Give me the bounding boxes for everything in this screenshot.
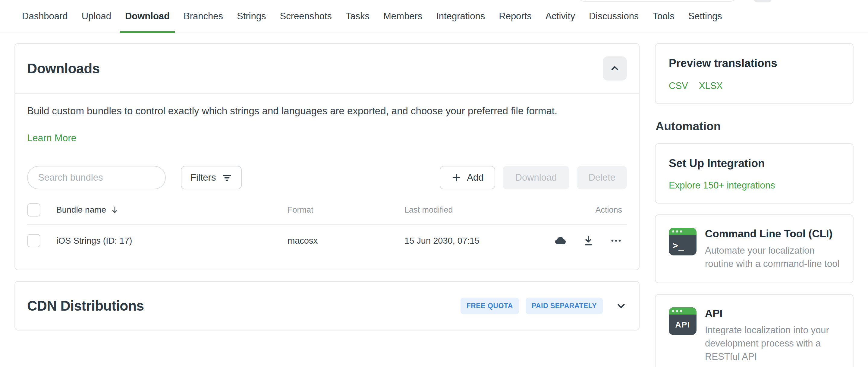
csv-link[interactable]: CSV [669, 81, 688, 91]
sort-arrow-down-icon [110, 205, 119, 214]
page-title: Downloads [27, 60, 100, 77]
automation-heading: Automation [655, 120, 854, 133]
filter-lines-icon [222, 173, 232, 183]
tab-screenshots[interactable]: Screenshots [273, 0, 338, 33]
cdn-panel-right: FREE QUOTA PAID SEPARATELY [461, 298, 627, 314]
cdn-distributions-panel: CDN Distributions FREE QUOTA PAID SEPARA… [14, 281, 640, 331]
row-checkbox[interactable] [27, 234, 40, 247]
tab-branches[interactable]: Branches [177, 0, 230, 33]
free-quota-badge: FREE QUOTA [461, 298, 519, 314]
set-up-integration-title: Set Up Integration [669, 157, 840, 170]
tab-tools[interactable]: Tools [646, 0, 681, 33]
terminal-icon-prompt: >_ [669, 235, 696, 255]
format-cell: macosx [287, 236, 404, 246]
downloads-description: Build custom bundles to control exactly … [27, 105, 627, 117]
api-icon-label: API [669, 314, 696, 335]
tab-settings[interactable]: Settings [681, 0, 729, 33]
bundle-name-header-label: Bundle name [56, 205, 106, 215]
cli-card-text: Command Line Tool (CLI) Automate your lo… [705, 228, 841, 271]
xlsx-link[interactable]: XLSX [699, 81, 723, 91]
chevron-up-icon [610, 63, 620, 74]
column-header-last-modified: Last modified [404, 205, 538, 215]
cloud-icon[interactable] [554, 234, 567, 247]
downloads-panel: Downloads Build custom bundles to contro… [14, 43, 640, 270]
download-button[interactable]: Download [503, 166, 569, 189]
tab-upload[interactable]: Upload [75, 0, 118, 33]
filters-button-label: Filters [190, 172, 216, 183]
api-icon-titlebar [669, 307, 696, 314]
filters-button[interactable]: Filters [181, 166, 242, 189]
column-header-format: Format [287, 205, 404, 215]
api-card-text: API Integrate localization into your dev… [705, 307, 841, 363]
collapse-panel-button[interactable] [603, 56, 627, 81]
tab-integrations[interactable]: Integrations [429, 0, 492, 33]
tab-discussions[interactable]: Discussions [582, 0, 646, 33]
cdn-panel-title: CDN Distributions [27, 298, 144, 314]
column-header-bundle-name[interactable]: Bundle name [56, 205, 287, 215]
api-card-title: API [705, 307, 841, 319]
tab-download[interactable]: Download [118, 0, 177, 33]
downloads-panel-body: Build custom bundles to control exactly … [15, 94, 639, 270]
tab-strings[interactable]: Strings [230, 0, 273, 33]
tab-reports[interactable]: Reports [492, 0, 538, 33]
bundles-table-header: Bundle name Format Last modified Actions [27, 203, 627, 225]
downloads-panel-header: Downloads [15, 44, 639, 94]
row-actions [538, 234, 627, 247]
search-input[interactable] [27, 166, 166, 189]
learn-more-link[interactable]: Learn More [27, 132, 76, 144]
select-all-checkbox[interactable] [27, 203, 40, 216]
column-header-actions: Actions [538, 205, 627, 215]
avatar-fragment [754, 0, 772, 2]
sidebar: Preview translations CSV XLSX Automation… [655, 43, 854, 367]
download-icon[interactable] [582, 235, 594, 247]
tab-members[interactable]: Members [376, 0, 429, 33]
preview-translations-card: Preview translations CSV XLSX [655, 43, 854, 104]
plus-icon [451, 173, 461, 183]
tab-dashboard[interactable]: Dashboard [15, 0, 75, 33]
last-modified-cell: 15 Jun 2030, 07:15 [404, 236, 538, 246]
set-up-integration-card: Set Up Integration Explore 150+ integrat… [655, 143, 854, 204]
cli-card[interactable]: >_ Command Line Tool (CLI) Automate your… [655, 214, 854, 283]
delete-button[interactable]: Delete [577, 166, 627, 189]
cli-card-description: Automate your localization routine with … [705, 244, 841, 271]
chevron-down-icon[interactable] [615, 300, 627, 311]
add-bundle-button[interactable]: Add [440, 166, 495, 189]
bundle-name-cell[interactable]: iOS Strings (ID: 17) [56, 236, 287, 246]
terminal-icon-titlebar [669, 228, 696, 235]
api-icon: API [669, 307, 696, 335]
ellipsis-menu-icon[interactable] [610, 235, 622, 247]
main-column: Downloads Build custom bundles to contro… [14, 43, 640, 367]
add-button-label: Add [467, 172, 484, 183]
preview-links: CSV XLSX [669, 81, 840, 91]
bundles-toolbar: Filters Add [27, 166, 627, 189]
cli-card-title: Command Line Tool (CLI) [705, 228, 841, 240]
table-row: iOS Strings (ID: 17) macosx 15 Jun 2030,… [27, 225, 627, 257]
api-card-description: Integrate localization into your develop… [705, 324, 841, 363]
tab-tasks[interactable]: Tasks [339, 0, 376, 33]
preview-translations-title: Preview translations [669, 57, 840, 70]
explore-integrations-link[interactable]: Explore 150+ integrations [669, 180, 775, 191]
paid-separately-badge: PAID SEPARATELY [526, 298, 603, 314]
tab-activity[interactable]: Activity [538, 0, 582, 33]
api-card[interactable]: API API Integrate localization into your… [655, 294, 854, 367]
terminal-icon: >_ [669, 228, 696, 255]
project-top-nav: Dashboard Upload Download Branches Strin… [0, 0, 868, 33]
